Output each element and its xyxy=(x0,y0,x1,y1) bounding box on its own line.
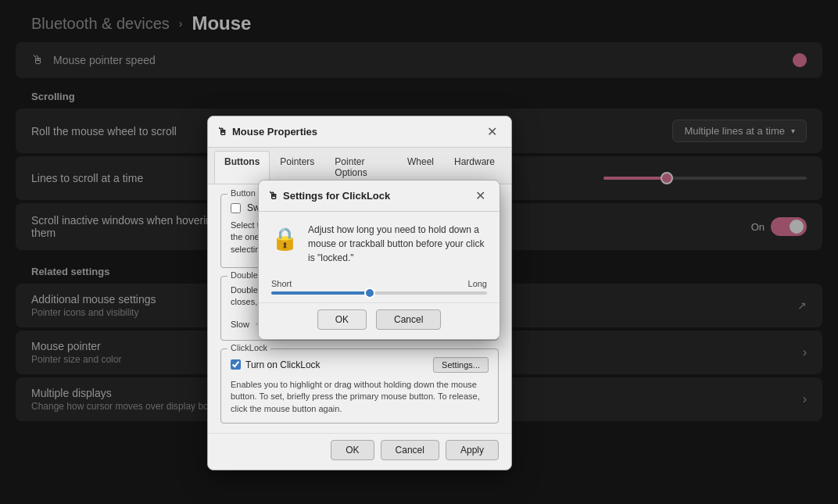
clicklock-settings-button[interactable]: Settings... xyxy=(433,357,489,373)
clicklock-checkbox[interactable] xyxy=(231,359,241,370)
mouse-props-cancel-button[interactable]: Cancel xyxy=(381,440,439,460)
mouse-props-dialog-icon: 🖱 xyxy=(217,126,227,138)
clicklock-dialog-icon: 🖱 xyxy=(268,190,278,202)
clicklock-dialog-body: 🔒 Adjust how long you need to hold down … xyxy=(259,212,500,276)
clicklock-check-row: Turn on ClickLock Settings... xyxy=(231,357,489,373)
mouse-props-title-bar: 🖱 Mouse Properties ✕ xyxy=(208,116,511,148)
mouse-props-apply-button[interactable]: Apply xyxy=(446,440,499,460)
clicklock-settings-dialog: 🖱 Settings for ClickLock ✕ 🔒 Adjust how … xyxy=(258,180,500,340)
clicklock-slider-fill xyxy=(271,291,368,295)
clicklock-dialog-title-left: 🖱 Settings for ClickLock xyxy=(268,190,390,202)
clicklock-dialog-footer: OK Cancel xyxy=(259,302,500,339)
tab-pointers[interactable]: Pointers xyxy=(270,151,324,184)
mouse-props-close-button[interactable]: ✕ xyxy=(482,123,502,141)
clicklock-section-title: ClickLock xyxy=(227,343,270,352)
clicklock-slider-area: Short Long xyxy=(259,276,500,302)
speed-slow-label: Slow xyxy=(231,320,249,329)
mouse-props-ok-button[interactable]: OK xyxy=(331,440,374,460)
tab-wheel[interactable]: Wheel xyxy=(397,151,444,184)
switch-primary-checkbox[interactable] xyxy=(231,203,241,213)
tab-buttons[interactable]: Buttons xyxy=(214,151,270,184)
clicklock-description: Enables you to highlight or drag without… xyxy=(231,379,489,415)
clicklock-dialog-description: Adjust how long you need to hold down a … xyxy=(308,223,487,265)
clicklock-dialog-close-button[interactable]: ✕ xyxy=(471,187,490,205)
clicklock-checkbox-label: Turn on ClickLock xyxy=(245,359,321,370)
lock-icon: 🔒 xyxy=(271,226,299,252)
mouse-props-title-text: Mouse Properties xyxy=(232,126,317,138)
mouse-props-tabs: Buttons Pointers Pointer Options Wheel H… xyxy=(208,148,511,184)
main-background: Bluetooth & devices › Mouse 🖱 Mouse poin… xyxy=(0,0,838,504)
clicklock-slider-labels: Short Long xyxy=(271,279,487,288)
clicklock-check-label: Turn on ClickLock xyxy=(231,359,321,370)
clicklock-slider-track[interactable] xyxy=(271,291,487,295)
clicklock-dialog-title-bar: 🖱 Settings for ClickLock ✕ xyxy=(259,181,500,212)
clicklock-dialog-title-text: Settings for ClickLock xyxy=(283,190,390,202)
clicklock-section: ClickLock Turn on ClickLock Settings... … xyxy=(220,349,499,424)
clicklock-cancel-button[interactable]: Cancel xyxy=(376,309,441,330)
tab-hardware[interactable]: Hardware xyxy=(444,151,505,184)
mouse-props-footer: OK Cancel Apply xyxy=(208,433,511,470)
clicklock-ok-button[interactable]: OK xyxy=(317,309,367,330)
mouse-props-title-left: 🖱 Mouse Properties xyxy=(217,126,317,138)
tab-pointer-options[interactable]: Pointer Options xyxy=(324,151,397,184)
clicklock-slider-thumb[interactable] xyxy=(364,288,375,298)
clicklock-short-label: Short xyxy=(271,279,292,288)
clicklock-long-label: Long xyxy=(468,279,487,288)
